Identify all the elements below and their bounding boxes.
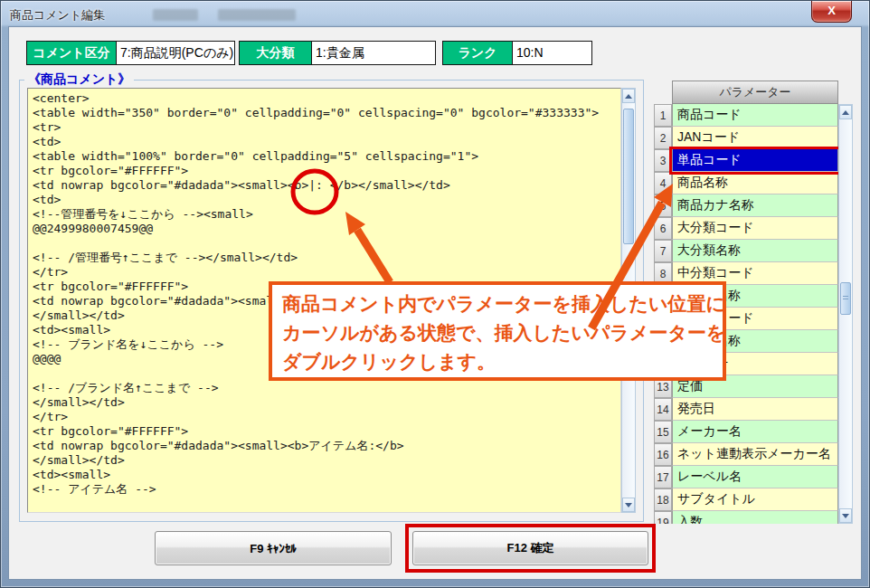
parameter-row[interactable]: 6大分類コード — [654, 217, 838, 240]
param-row-number: 16 — [654, 443, 672, 466]
param-row-label[interactable]: 大分類名称 — [672, 240, 838, 262]
param-row-label[interactable]: JANコード — [672, 127, 838, 149]
confirm-button[interactable]: F12 確定 — [412, 531, 648, 565]
parameter-row[interactable]: 5商品カナ名称 — [654, 194, 838, 217]
parameter-row[interactable]: 2JANコード — [654, 127, 838, 149]
param-row-label[interactable]: ネット連動表示メーカー名 — [672, 443, 838, 466]
comment-type-label: コメント区分 — [26, 41, 117, 65]
dialog-window: 商品コメント編集 X コメント区分 7:商品説明(PCのみ) 大分類 1:貴金属… — [0, 0, 870, 588]
param-row-number: 5 — [654, 194, 672, 217]
param-row-number: 3 — [654, 149, 672, 172]
scroll-down-button[interactable] — [839, 508, 852, 523]
parameter-row[interactable]: 16ネット連動表示メーカー名 — [654, 443, 838, 466]
parameter-row[interactable]: 3単品コード — [654, 149, 838, 172]
title-redacted-2 — [218, 9, 296, 21]
scroll-up-button[interactable] — [622, 89, 635, 103]
annotation-callout: 商品コメント内でパラメーターを挿入したい位置に カーソルがある状態で、挿入したい… — [269, 281, 726, 381]
param-row-label[interactable]: 単品コード — [672, 149, 838, 172]
triangle-down-icon — [842, 514, 849, 518]
parameter-row[interactable]: 17レーベル名 — [654, 466, 838, 488]
param-row-label[interactable]: レーベル名 — [672, 466, 838, 488]
parameter-row[interactable]: 18サブタイトル — [654, 488, 838, 511]
parameter-row[interactable]: 15メーカー名 — [654, 421, 838, 443]
cancel-button[interactable]: F9 ｷｬﾝｾﾙ — [155, 531, 392, 565]
window-title: 商品コメント編集 — [10, 7, 105, 24]
parameter-row[interactable]: 14発売日 — [654, 398, 838, 421]
comment-type-input[interactable]: 7:商品説明(PCのみ) — [116, 41, 235, 65]
param-row-label[interactable]: 大分類コード — [672, 217, 838, 240]
param-row-label[interactable]: 入数 — [672, 511, 838, 524]
param-row-label[interactable]: 商品コード — [672, 104, 838, 127]
annotation-line: カーソルがある状態で、挿入したいパラメーターを — [282, 318, 713, 347]
editor-scrollbar-thumb[interactable] — [623, 109, 634, 244]
scroll-up-button[interactable] — [839, 105, 852, 119]
annotation-line: 商品コメント内でパラメーターを挿入したい位置に — [282, 289, 713, 318]
rank-input[interactable]: 10:N — [512, 41, 592, 65]
param-row-number: 7 — [654, 240, 672, 262]
parameter-row[interactable]: 7大分類名称 — [654, 240, 838, 262]
comment-groupbox-title: 《商品コメント》 — [24, 71, 134, 88]
close-button[interactable]: X — [811, 1, 852, 23]
title-bar: 商品コメント編集 X — [1, 1, 869, 26]
param-row-label[interactable]: メーカー名 — [672, 421, 838, 443]
triangle-up-icon — [625, 94, 632, 99]
param-row-number: 17 — [654, 466, 672, 488]
close-icon: X — [827, 4, 836, 17]
param-row-number: 14 — [654, 398, 672, 421]
triangle-up-icon — [842, 110, 849, 115]
parameter-row[interactable]: 19入数 — [654, 511, 838, 524]
parameter-row[interactable]: 4商品名称 — [654, 172, 838, 194]
param-row-number: 2 — [654, 127, 672, 149]
parameter-row[interactable]: 1商品コード — [654, 104, 838, 127]
scroll-down-button[interactable] — [622, 498, 635, 512]
major-category-label: 大分類 — [239, 41, 312, 65]
triangle-down-icon — [625, 503, 632, 507]
parameter-list-header: パラメーター — [672, 81, 838, 104]
parameter-scrollbar[interactable] — [838, 104, 853, 524]
param-row-label[interactable]: 商品名称 — [672, 172, 838, 194]
param-row-number: 15 — [654, 421, 672, 443]
parameter-scrollbar-thumb[interactable] — [840, 282, 851, 315]
annotation-line: ダブルクリックします。 — [282, 347, 713, 376]
param-row-number: 18 — [654, 488, 672, 511]
confirm-button-highlight: F12 確定 — [405, 524, 656, 573]
param-row-number: 19 — [654, 511, 672, 524]
param-row-label[interactable]: サブタイトル — [672, 488, 838, 511]
param-row-number: 6 — [654, 217, 672, 240]
param-row-number: 1 — [654, 104, 672, 127]
param-row-number: 4 — [654, 172, 672, 194]
title-redacted-1 — [153, 9, 198, 21]
major-category-input[interactable]: 1:貴金属 — [311, 41, 436, 65]
rank-label: ランク — [442, 41, 513, 65]
scrollbar-grip-icon — [843, 296, 848, 301]
param-row-label[interactable]: 商品カナ名称 — [672, 194, 838, 217]
param-row-label[interactable]: 発売日 — [672, 398, 838, 421]
